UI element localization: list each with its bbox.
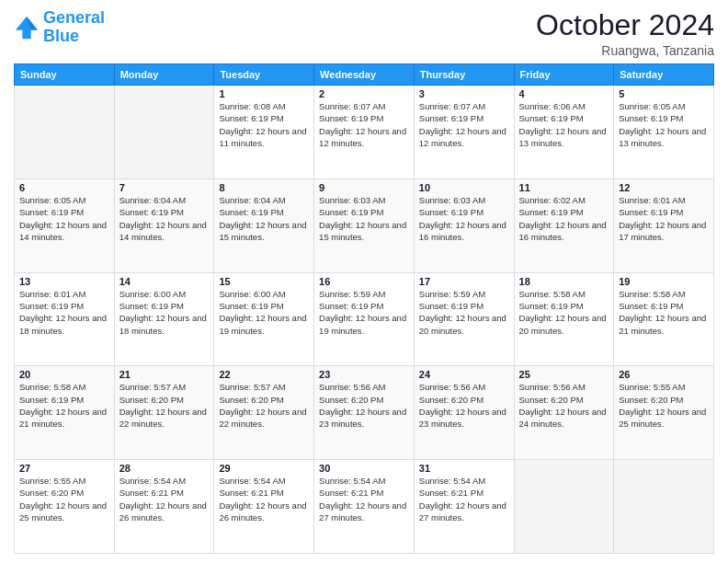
day-number: 21	[119, 369, 210, 380]
day-detail: Sunrise: 5:54 AM Sunset: 6:21 PM Dayligh…	[419, 475, 509, 523]
day-detail: Sunrise: 5:56 AM Sunset: 6:20 PM Dayligh…	[419, 381, 509, 430]
col-friday: Friday	[514, 64, 614, 86]
day-number: 5	[619, 88, 709, 99]
logo-text: General Blue	[43, 9, 105, 46]
day-number: 31	[419, 463, 509, 474]
day-detail: Sunrise: 6:00 AM Sunset: 6:19 PM Dayligh…	[219, 288, 309, 337]
week-row-1: 6Sunrise: 6:05 AM Sunset: 6:19 PM Daylig…	[15, 178, 714, 272]
table-cell: 6Sunrise: 6:05 AM Sunset: 6:19 PM Daylig…	[15, 178, 115, 272]
day-detail: Sunrise: 5:56 AM Sunset: 6:20 PM Dayligh…	[519, 381, 609, 430]
table-cell: 28Sunrise: 5:54 AM Sunset: 6:21 PM Dayli…	[114, 460, 214, 554]
day-number: 9	[319, 182, 409, 193]
day-detail: Sunrise: 6:03 AM Sunset: 6:19 PM Dayligh…	[419, 194, 509, 243]
day-number: 17	[419, 276, 509, 287]
week-row-0: 1Sunrise: 6:08 AM Sunset: 6:19 PM Daylig…	[15, 86, 714, 179]
day-detail: Sunrise: 5:55 AM Sunset: 6:20 PM Dayligh…	[619, 381, 709, 430]
table-cell: 2Sunrise: 6:07 AM Sunset: 6:19 PM Daylig…	[314, 86, 415, 179]
day-number: 23	[319, 369, 409, 380]
month-title: October 2024	[536, 9, 714, 41]
page: General Blue October 2024 Ruangwa, Tanza…	[0, 0, 728, 563]
day-number: 12	[619, 182, 709, 193]
week-row-2: 13Sunrise: 6:01 AM Sunset: 6:19 PM Dayli…	[15, 272, 714, 366]
table-cell: 24Sunrise: 5:56 AM Sunset: 6:20 PM Dayli…	[414, 366, 514, 460]
table-cell: 10Sunrise: 6:03 AM Sunset: 6:19 PM Dayli…	[414, 178, 514, 272]
day-detail: Sunrise: 5:57 AM Sunset: 6:20 PM Dayligh…	[219, 381, 309, 430]
day-detail: Sunrise: 6:04 AM Sunset: 6:19 PM Dayligh…	[219, 194, 309, 243]
day-number: 30	[319, 463, 409, 474]
table-cell: 14Sunrise: 6:00 AM Sunset: 6:19 PM Dayli…	[114, 272, 214, 366]
day-number: 1	[219, 88, 309, 99]
table-cell: 21Sunrise: 5:57 AM Sunset: 6:20 PM Dayli…	[114, 366, 214, 460]
day-detail: Sunrise: 6:06 AM Sunset: 6:19 PM Dayligh…	[519, 100, 609, 149]
day-number: 27	[19, 463, 109, 474]
table-cell: 9Sunrise: 6:03 AM Sunset: 6:19 PM Daylig…	[314, 178, 415, 272]
table-cell: 25Sunrise: 5:56 AM Sunset: 6:20 PM Dayli…	[514, 366, 614, 460]
calendar-table: Sunday Monday Tuesday Wednesday Thursday…	[14, 63, 714, 554]
table-cell: 27Sunrise: 5:55 AM Sunset: 6:20 PM Dayli…	[15, 460, 115, 554]
day-number: 14	[119, 276, 210, 287]
day-detail: Sunrise: 5:54 AM Sunset: 6:21 PM Dayligh…	[119, 475, 210, 523]
table-cell	[15, 86, 115, 179]
table-cell: 30Sunrise: 5:54 AM Sunset: 6:21 PM Dayli…	[314, 460, 415, 554]
table-cell: 12Sunrise: 6:01 AM Sunset: 6:19 PM Dayli…	[614, 178, 714, 272]
day-detail: Sunrise: 5:57 AM Sunset: 6:20 PM Dayligh…	[119, 381, 210, 430]
day-detail: Sunrise: 6:01 AM Sunset: 6:19 PM Dayligh…	[19, 288, 109, 337]
day-number: 26	[619, 369, 709, 380]
table-cell: 4Sunrise: 6:06 AM Sunset: 6:19 PM Daylig…	[514, 86, 614, 179]
day-detail: Sunrise: 5:59 AM Sunset: 6:19 PM Dayligh…	[419, 288, 509, 337]
day-number: 16	[319, 276, 409, 287]
table-cell: 1Sunrise: 6:08 AM Sunset: 6:19 PM Daylig…	[214, 86, 314, 179]
header-row: Sunday Monday Tuesday Wednesday Thursday…	[15, 64, 714, 86]
logo: General Blue	[14, 9, 105, 46]
table-cell: 22Sunrise: 5:57 AM Sunset: 6:20 PM Dayli…	[214, 366, 314, 460]
table-cell: 26Sunrise: 5:55 AM Sunset: 6:20 PM Dayli…	[614, 366, 714, 460]
col-monday: Monday	[114, 64, 214, 86]
table-cell: 16Sunrise: 5:59 AM Sunset: 6:19 PM Dayli…	[314, 272, 415, 366]
table-cell: 23Sunrise: 5:56 AM Sunset: 6:20 PM Dayli…	[314, 366, 415, 460]
day-detail: Sunrise: 5:54 AM Sunset: 6:21 PM Dayligh…	[219, 475, 309, 523]
day-detail: Sunrise: 6:00 AM Sunset: 6:19 PM Dayligh…	[119, 288, 210, 337]
table-cell: 31Sunrise: 5:54 AM Sunset: 6:21 PM Dayli…	[414, 460, 514, 554]
day-number: 18	[519, 276, 609, 287]
day-number: 19	[619, 276, 709, 287]
day-number: 29	[219, 463, 309, 474]
day-detail: Sunrise: 6:04 AM Sunset: 6:19 PM Dayligh…	[119, 194, 210, 243]
table-cell: 17Sunrise: 5:59 AM Sunset: 6:19 PM Dayli…	[414, 272, 514, 366]
day-number: 13	[19, 276, 109, 287]
day-detail: Sunrise: 6:08 AM Sunset: 6:19 PM Dayligh…	[219, 100, 309, 149]
day-detail: Sunrise: 5:55 AM Sunset: 6:20 PM Dayligh…	[19, 475, 109, 523]
day-number: 20	[19, 369, 109, 380]
title-block: October 2024 Ruangwa, Tanzania	[536, 9, 714, 58]
day-detail: Sunrise: 6:05 AM Sunset: 6:19 PM Dayligh…	[619, 100, 709, 149]
day-detail: Sunrise: 6:07 AM Sunset: 6:19 PM Dayligh…	[419, 100, 509, 149]
day-detail: Sunrise: 5:54 AM Sunset: 6:21 PM Dayligh…	[319, 475, 409, 523]
table-cell: 19Sunrise: 5:58 AM Sunset: 6:19 PM Dayli…	[614, 272, 714, 366]
col-wednesday: Wednesday	[314, 64, 415, 86]
day-detail: Sunrise: 5:59 AM Sunset: 6:19 PM Dayligh…	[319, 288, 409, 337]
table-cell	[614, 460, 714, 554]
day-number: 3	[419, 88, 509, 99]
day-detail: Sunrise: 5:56 AM Sunset: 6:20 PM Dayligh…	[319, 381, 409, 430]
col-saturday: Saturday	[614, 64, 714, 86]
day-detail: Sunrise: 6:01 AM Sunset: 6:19 PM Dayligh…	[619, 194, 709, 243]
table-cell: 13Sunrise: 6:01 AM Sunset: 6:19 PM Dayli…	[15, 272, 115, 366]
day-number: 6	[19, 182, 109, 193]
day-number: 10	[419, 182, 509, 193]
day-detail: Sunrise: 5:58 AM Sunset: 6:19 PM Dayligh…	[19, 381, 109, 430]
table-cell: 3Sunrise: 6:07 AM Sunset: 6:19 PM Daylig…	[414, 86, 514, 179]
day-detail: Sunrise: 5:58 AM Sunset: 6:19 PM Dayligh…	[519, 288, 609, 337]
table-cell	[114, 86, 214, 179]
day-number: 22	[219, 369, 309, 380]
day-number: 11	[519, 182, 609, 193]
day-detail: Sunrise: 6:02 AM Sunset: 6:19 PM Dayligh…	[519, 194, 609, 243]
week-row-3: 20Sunrise: 5:58 AM Sunset: 6:19 PM Dayli…	[15, 366, 714, 460]
header: General Blue October 2024 Ruangwa, Tanza…	[14, 9, 714, 58]
day-detail: Sunrise: 6:03 AM Sunset: 6:19 PM Dayligh…	[319, 194, 409, 243]
table-cell: 8Sunrise: 6:04 AM Sunset: 6:19 PM Daylig…	[214, 178, 314, 272]
day-number: 8	[219, 182, 309, 193]
day-number: 4	[519, 88, 609, 99]
table-cell: 20Sunrise: 5:58 AM Sunset: 6:19 PM Dayli…	[15, 366, 115, 460]
table-cell	[514, 460, 614, 554]
table-cell: 18Sunrise: 5:58 AM Sunset: 6:19 PM Dayli…	[514, 272, 614, 366]
day-number: 24	[419, 369, 509, 380]
